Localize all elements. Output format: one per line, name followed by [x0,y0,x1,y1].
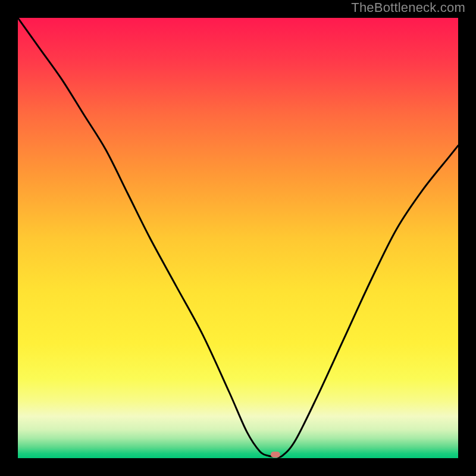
bottleneck-curve [18,18,458,457]
chart-container: TheBottleneck.com [0,0,476,476]
curve-layer [18,18,458,458]
optimal-marker [271,452,280,458]
plot-area [18,18,458,458]
watermark-text: TheBottleneck.com [351,0,465,15]
